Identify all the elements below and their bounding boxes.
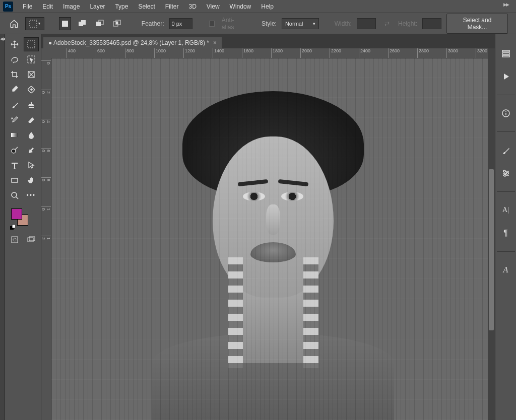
crop-tool[interactable]: [7, 67, 23, 82]
menu-filter[interactable]: Filter: [161, 1, 183, 12]
menu-image[interactable]: Image: [58, 1, 84, 12]
ruler-tick: 800: [41, 177, 51, 181]
ruler-tick: 2000: [300, 48, 312, 58]
scrollbar-vertical[interactable]: [488, 48, 495, 420]
menu-file[interactable]: File: [18, 1, 37, 12]
adjustments-icon[interactable]: [500, 167, 512, 179]
ruler-tick: 1600: [242, 48, 253, 58]
brush-tool[interactable]: [7, 98, 23, 112]
selection-add-icon[interactable]: [76, 17, 88, 30]
selection-intersect-icon[interactable]: [111, 17, 123, 30]
ruler-tick: 1200: [41, 236, 51, 240]
color-swatches[interactable]: [7, 207, 39, 230]
dodge-tool[interactable]: [7, 143, 23, 157]
brush-settings-icon[interactable]: [500, 144, 512, 156]
ruler-tick: 1000: [41, 206, 51, 211]
feather-label: Feather:: [142, 20, 164, 27]
svg-rect-9: [28, 41, 35, 48]
svg-rect-15: [12, 178, 18, 182]
ruler-tick: 3000: [446, 48, 458, 58]
path-selection-tool[interactable]: [24, 158, 39, 172]
marquee-tool[interactable]: [24, 37, 39, 51]
svg-rect-22: [29, 237, 35, 241]
menu-3d[interactable]: 3D: [184, 1, 201, 12]
eraser-tool[interactable]: [24, 113, 39, 127]
svg-point-27: [503, 170, 505, 172]
ruler-tick: 2600: [388, 48, 400, 58]
svg-rect-13: [11, 133, 18, 137]
svg-rect-8: [116, 22, 118, 24]
ruler-horizontal[interactable]: 4006008001000120014001600180020002200240…: [51, 48, 495, 58]
swap-dimensions-icon: ⇄: [381, 17, 393, 30]
ruler-tick: 1800: [271, 48, 283, 58]
antialias-label: Anti-alias: [222, 17, 245, 31]
width-input: [357, 18, 376, 29]
style-value: Normal: [285, 21, 303, 27]
svg-rect-24: [502, 53, 509, 54]
collapse-arrows-icon: ◀◀: [0, 36, 5, 420]
menu-type[interactable]: Type: [110, 1, 133, 12]
clone-stamp-tool[interactable]: [24, 98, 39, 112]
eyedropper-tool[interactable]: [7, 83, 23, 97]
select-and-mask-button[interactable]: Select and Mask...: [446, 14, 508, 34]
height-input: [422, 18, 441, 29]
menu-edit[interactable]: Edit: [38, 1, 57, 12]
ruler-tick: 3200: [476, 48, 487, 58]
quick-mask-tool[interactable]: [7, 233, 23, 247]
svg-rect-21: [28, 238, 33, 242]
paragraph-icon[interactable]: ¶: [500, 227, 512, 239]
rectangle-tool[interactable]: [7, 173, 23, 187]
scroll-thumb[interactable]: [489, 169, 494, 330]
selection-subtract-icon[interactable]: [94, 17, 106, 30]
collapse-arrows-icon[interactable]: ▶▶: [503, 2, 508, 7]
menu-view[interactable]: View: [202, 1, 224, 12]
glyphs-icon[interactable]: A: [500, 264, 512, 276]
zoom-tool[interactable]: [7, 188, 23, 202]
move-tool[interactable]: [7, 37, 23, 51]
frame-tool[interactable]: [24, 67, 39, 82]
healing-brush-tool[interactable]: [24, 83, 39, 97]
home-icon[interactable]: [8, 17, 20, 30]
blur-tool[interactable]: [24, 128, 39, 142]
default-colors-icon[interactable]: [10, 225, 15, 230]
menu-window[interactable]: Window: [225, 1, 256, 12]
hand-tool[interactable]: [24, 173, 39, 187]
edit-toolbar[interactable]: •••: [24, 188, 39, 202]
svg-rect-18: [12, 225, 15, 228]
left-collapse-rail[interactable]: ◀◀: [0, 34, 5, 420]
document-tab[interactable]: ● AdobeStock_335535465.psd @ 24,8% (Laye…: [43, 37, 222, 48]
tool-preset-marquee-icon[interactable]: ▾: [25, 17, 44, 30]
ruler-vertical[interactable]: 020040060080010001200: [41, 58, 51, 420]
menu-layer[interactable]: Layer: [85, 1, 109, 12]
info-icon[interactable]: [500, 107, 512, 119]
play-icon[interactable]: [500, 71, 512, 83]
style-select[interactable]: Normal▾: [282, 18, 319, 29]
svg-rect-19: [12, 237, 18, 243]
svg-point-28: [506, 172, 508, 174]
svg-rect-0: [30, 20, 37, 27]
object-selection-tool[interactable]: [24, 52, 39, 66]
type-tool[interactable]: [7, 158, 23, 172]
foreground-color-swatch[interactable]: [11, 208, 22, 220]
ruler-origin[interactable]: [41, 48, 51, 58]
ruler-tick: 1200: [183, 48, 195, 58]
ruler-tick: 0: [41, 60, 51, 64]
menu-help[interactable]: Help: [256, 1, 278, 12]
lasso-tool[interactable]: [7, 52, 23, 66]
svg-point-20: [13, 238, 16, 241]
ruler-tick: 800: [125, 48, 134, 58]
menu-select[interactable]: Select: [134, 1, 159, 12]
history-brush-tool[interactable]: [7, 113, 23, 127]
canvas[interactable]: [51, 58, 495, 420]
close-icon[interactable]: ×: [213, 39, 217, 46]
svg-rect-25: [502, 55, 509, 57]
feather-input[interactable]: [169, 18, 192, 29]
selection-new-icon[interactable]: [59, 17, 71, 30]
character-icon[interactable]: A|: [500, 204, 512, 216]
toolbox: •••: [5, 34, 41, 420]
right-panel-dock: ▶▶ A| ¶ A: [495, 34, 516, 420]
screen-mode-tool[interactable]: [24, 233, 39, 247]
gradient-tool[interactable]: [7, 128, 23, 142]
pen-tool[interactable]: [24, 143, 39, 157]
history-icon[interactable]: [500, 47, 512, 59]
